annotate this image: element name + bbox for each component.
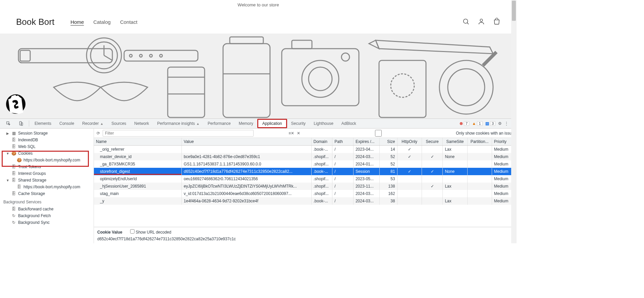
- svg-rect-4: [20, 50, 30, 61]
- sidebar-item[interactable]: 🗄Trust Tokens: [0, 163, 94, 170]
- svg-point-22: [302, 60, 339, 97]
- warning-count[interactable]: ▲ 1: [472, 121, 482, 126]
- sidebar-item[interactable]: 🗄Interest Groups: [0, 170, 94, 177]
- svg-point-11: [140, 54, 142, 57]
- svg-point-23: [309, 67, 332, 91]
- column-header[interactable]: Value: [181, 138, 311, 146]
- cookie-row[interactable]: _y1e4f464a-0628-4634-9d72-9202e31bce4f.b…: [94, 197, 517, 205]
- only-issues-checkbox[interactable]: Only show cookies with an issue: [303, 130, 514, 137]
- refresh-icon[interactable]: ⟳: [97, 131, 100, 136]
- sidebar-item[interactable]: ▼🍪Cookies: [0, 150, 94, 157]
- cookie-row[interactable]: _hjSessionUser_2065891eyJpZCI6IjBkOTcwNT…: [94, 183, 517, 190]
- svg-rect-18: [230, 37, 263, 44]
- column-header[interactable]: Secure: [422, 138, 443, 146]
- column-header[interactable]: Size: [380, 138, 397, 146]
- cookie-row[interactable]: utag_mainv_id:017d13a12b21000440eae6d38c…: [94, 190, 517, 197]
- cookie-value-panel: Cookie Value Show URL decoded d652c40ecf…: [94, 227, 517, 243]
- error-count[interactable]: ⊗ 7: [460, 121, 469, 126]
- sidebar-item[interactable]: ↻Background Sync: [0, 219, 94, 226]
- svg-point-28: [448, 69, 485, 106]
- cookie-toolbar: ⟳ ≡✕ ✕ Only show cookies with an issue: [94, 129, 517, 138]
- store-header: Book Bort Home Catalog Contact: [0, 10, 517, 34]
- sidebar-item[interactable]: ▶▦Session Storage: [0, 130, 94, 137]
- column-header[interactable]: Name: [94, 138, 181, 146]
- nav-home[interactable]: Home: [70, 19, 84, 25]
- announcement-bar: Welcome to our store: [0, 0, 517, 10]
- cookie-row[interactable]: _orig_referrer.book-.../2023-04...14✓Lax…: [94, 146, 517, 153]
- svg-rect-17: [223, 44, 270, 117]
- store-nav: Home Catalog Contact: [70, 19, 137, 25]
- account-icon[interactable]: [478, 18, 485, 26]
- tab-application[interactable]: Application: [257, 119, 287, 128]
- hero-banner: [0, 34, 517, 118]
- highlight-row-box: [94, 168, 181, 175]
- store-title: Book Bort: [16, 17, 54, 27]
- cookie-row[interactable]: master_device_idbce9a0e1-4281-4b82-876e-…: [94, 153, 517, 160]
- tab-console[interactable]: Console: [55, 119, 78, 128]
- search-icon[interactable]: [462, 18, 470, 26]
- svg-rect-3: [18, 49, 112, 63]
- tab-performance[interactable]: Performance: [204, 119, 235, 128]
- column-header[interactable]: Path: [332, 138, 354, 146]
- application-sidebar: ▶▦Session Storage🗄IndexedDB🗄Web SQL▼🍪Coo…: [0, 129, 94, 243]
- sidebar-item[interactable]: ▼🗄Shared Storage: [0, 177, 94, 184]
- message-count[interactable]: ▤ 3: [485, 121, 495, 126]
- sidebar-item[interactable]: ↻Background Fetch: [0, 212, 94, 219]
- svg-line-8: [104, 55, 112, 60]
- clear-filter-icon[interactable]: ≡✕: [288, 131, 294, 136]
- background-services-title: Background Services: [0, 197, 94, 206]
- inspect-icon[interactable]: [2, 119, 15, 128]
- cookie-row[interactable]: _ga_B7X5MKCR35GS1.1.1671453837.1.1.16714…: [94, 160, 517, 168]
- svg-rect-25: [379, 60, 426, 117]
- column-header[interactable]: Partition...: [467, 138, 492, 146]
- cookie-row[interactable]: optimizelyEndUserIdoeu1669274686362r0.70…: [94, 175, 517, 183]
- tab-network[interactable]: Network: [130, 119, 153, 128]
- tab-memory[interactable]: Memory: [235, 119, 257, 128]
- sidebar-item[interactable]: 🗄Web SQL: [0, 143, 94, 150]
- cookie-value-text: d652c40ecf7f718d1a776df426274e7311c32850…: [97, 237, 513, 241]
- sidebar-item[interactable]: 🗄Back/forward cache: [0, 206, 94, 212]
- svg-point-0: [464, 19, 468, 23]
- cookie-table[interactable]: NameValueDomainPathExpires /...SizeHttpO…: [94, 138, 517, 227]
- tab-elements[interactable]: Elements: [31, 119, 55, 128]
- more-icon[interactable]: ⋮: [504, 121, 508, 126]
- cart-icon[interactable]: [493, 18, 500, 26]
- clear-all-icon[interactable]: ✕: [297, 131, 300, 136]
- svg-point-26: [391, 74, 414, 97]
- svg-rect-9: [124, 50, 198, 61]
- page-scrollbar[interactable]: [511, 0, 517, 243]
- settings-icon[interactable]: ⚙: [498, 121, 502, 126]
- svg-point-13: [160, 54, 162, 57]
- svg-point-24: [341, 53, 350, 61]
- shopify-badge[interactable]: [6, 94, 25, 114]
- tab-performance-insights[interactable]: Performance insights ▲: [153, 119, 204, 128]
- svg-point-10: [129, 54, 132, 57]
- tab-security[interactable]: Security: [287, 119, 310, 128]
- svg-rect-14: [168, 67, 205, 117]
- sidebar-item[interactable]: 🗄Cache Storage: [0, 190, 94, 197]
- cookie-filter-input[interactable]: [103, 130, 254, 137]
- nav-contact[interactable]: Contact: [120, 19, 138, 25]
- sidebar-item[interactable]: 🍪https://book-bort.myshopify.com: [0, 157, 94, 163]
- column-header[interactable]: Domain: [311, 138, 332, 146]
- sidebar-item[interactable]: 🗄https://book-bort.myshopify.com: [0, 184, 94, 190]
- devtools-tabbar: Elements Console Recorder ▲ Sources Netw…: [0, 118, 517, 129]
- svg-point-2: [480, 19, 482, 21]
- tab-recorder[interactable]: Recorder ▲: [78, 119, 107, 128]
- tab-sources[interactable]: Sources: [107, 119, 130, 128]
- column-header[interactable]: SameSite: [443, 138, 467, 146]
- device-icon[interactable]: [15, 119, 28, 128]
- url-decoded-checkbox[interactable]: Show URL decoded: [130, 230, 171, 235]
- column-header[interactable]: HttpOnly: [397, 138, 422, 146]
- cookie-row[interactable]: storefront_digestd652c40ecf7f718d1a776df…: [94, 168, 517, 175]
- cookie-value-label: Cookie Value: [97, 230, 122, 235]
- nav-catalog[interactable]: Catalog: [93, 19, 111, 25]
- svg-line-1: [467, 22, 469, 24]
- sidebar-item[interactable]: 🗄IndexedDB: [0, 137, 94, 143]
- tab-adblock[interactable]: AdBlock: [337, 119, 360, 128]
- svg-point-12: [150, 54, 152, 57]
- svg-rect-21: [292, 40, 312, 49]
- column-header[interactable]: Expires /...: [353, 138, 379, 146]
- tab-lighthouse[interactable]: Lighthouse: [310, 119, 337, 128]
